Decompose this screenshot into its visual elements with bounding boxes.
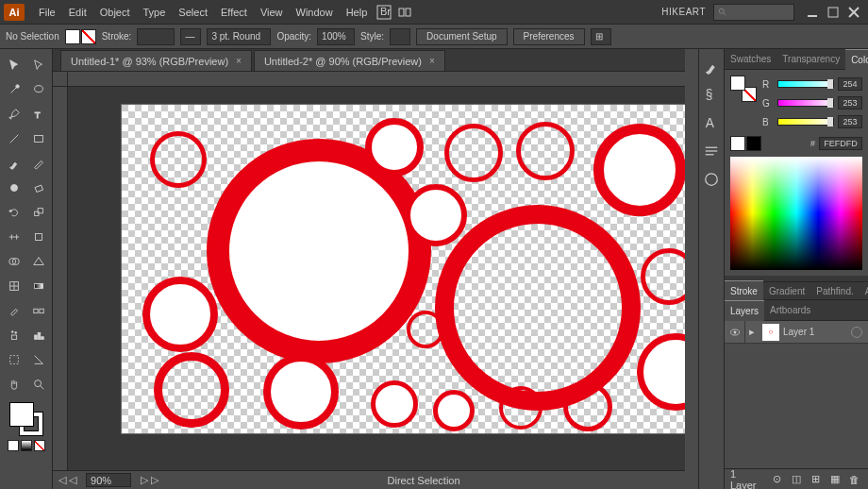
zoom-input[interactable]: 90% bbox=[86, 473, 131, 487]
perspective-tool[interactable] bbox=[27, 250, 50, 273]
make-clipping-icon[interactable]: ◫ bbox=[789, 472, 804, 487]
mesh-tool[interactable] bbox=[3, 275, 25, 297]
color-spectrum[interactable] bbox=[730, 157, 862, 270]
circle-shape[interactable] bbox=[154, 352, 229, 428]
ruler-horizontal[interactable] bbox=[68, 72, 685, 87]
appearance-panel-icon[interactable] bbox=[702, 170, 721, 189]
free-transform-tool[interactable] bbox=[27, 226, 50, 248]
menu-window[interactable]: Window bbox=[290, 3, 340, 22]
artboard-nav[interactable]: ▷ ▷ bbox=[141, 474, 159, 486]
circle-shape[interactable] bbox=[516, 122, 575, 180]
circle-shape[interactable] bbox=[433, 390, 475, 431]
symbols-panel-icon[interactable]: § bbox=[702, 85, 721, 104]
menu-help[interactable]: Help bbox=[340, 3, 375, 22]
tab-doc-1[interactable]: Untitled-1* @ 93% (RGB/Preview)× bbox=[60, 50, 252, 71]
menu-file[interactable]: File bbox=[32, 3, 62, 22]
circle-shape[interactable] bbox=[405, 184, 467, 246]
minimize-button[interactable] bbox=[805, 6, 820, 19]
expand-arrow-icon[interactable]: ▸ bbox=[745, 326, 759, 338]
black-swatch[interactable] bbox=[746, 136, 761, 151]
ruler-vertical[interactable] bbox=[53, 87, 68, 470]
circle-shape[interactable] bbox=[263, 354, 339, 430]
workspace-switcher-icon[interactable]: Br bbox=[376, 6, 392, 19]
hex-input[interactable]: FEFDFD bbox=[819, 137, 862, 150]
eyedropper-tool[interactable] bbox=[3, 299, 25, 322]
artboard-nav[interactable]: ◁ ◁ bbox=[58, 474, 76, 486]
rectangle-tool[interactable] bbox=[27, 127, 50, 150]
locate-layer-icon[interactable]: ⊙ bbox=[770, 472, 785, 487]
circle-shape[interactable] bbox=[563, 382, 612, 431]
zoom-tool[interactable] bbox=[27, 373, 50, 396]
width-tool[interactable] bbox=[3, 226, 25, 248]
tab-align[interactable]: Align bbox=[860, 280, 868, 301]
circle-shape[interactable] bbox=[444, 124, 503, 182]
rotate-tool[interactable] bbox=[3, 201, 25, 224]
pencil-tool[interactable] bbox=[27, 152, 50, 175]
close-button[interactable] bbox=[846, 6, 861, 19]
stroke-swatch[interactable] bbox=[81, 29, 96, 44]
tab-gradient[interactable]: Gradient bbox=[763, 280, 810, 301]
circle-shape[interactable] bbox=[499, 386, 542, 430]
b-slider[interactable] bbox=[777, 118, 834, 126]
white-swatch[interactable] bbox=[730, 136, 745, 151]
new-sublayer-icon[interactable]: ⊞ bbox=[809, 472, 824, 487]
menu-select[interactable]: Select bbox=[172, 3, 214, 22]
new-layer-icon[interactable]: ▦ bbox=[827, 472, 843, 487]
eraser-tool[interactable] bbox=[27, 177, 50, 199]
direct-selection-tool[interactable] bbox=[27, 54, 50, 76]
graph-tool[interactable] bbox=[27, 324, 50, 346]
b-value[interactable]: 253 bbox=[838, 115, 862, 128]
menu-edit[interactable]: Edit bbox=[62, 3, 93, 22]
arrange-docs-icon[interactable] bbox=[397, 6, 412, 19]
paragraph-panel-icon[interactable] bbox=[702, 142, 721, 160]
g-slider[interactable] bbox=[777, 99, 834, 107]
document-setup-button[interactable]: Document Setup bbox=[416, 28, 508, 45]
gradient-tool[interactable] bbox=[27, 275, 50, 297]
fill-swatch[interactable] bbox=[65, 29, 80, 44]
shape-builder-tool[interactable] bbox=[3, 250, 25, 273]
symbol-sprayer-tool[interactable] bbox=[3, 324, 25, 346]
hand-tool[interactable] bbox=[3, 373, 25, 396]
tab-doc-2[interactable]: Untitled-2* @ 90% (RGB/Preview)× bbox=[254, 50, 445, 71]
paintbrush-tool[interactable] bbox=[3, 152, 25, 175]
circle-shape[interactable] bbox=[407, 311, 444, 348]
r-value[interactable]: 254 bbox=[838, 77, 862, 91]
var-width-profile[interactable]: — bbox=[180, 28, 201, 45]
circle-shape[interactable] bbox=[435, 205, 641, 411]
circle-shape[interactable] bbox=[365, 118, 424, 177]
layer-name[interactable]: Layer 1 bbox=[783, 327, 845, 337]
r-slider[interactable] bbox=[777, 80, 834, 88]
maximize-button[interactable] bbox=[826, 6, 841, 19]
menu-view[interactable]: View bbox=[254, 3, 290, 22]
blend-tool[interactable] bbox=[27, 299, 50, 322]
help-search[interactable] bbox=[713, 4, 794, 21]
visibility-toggle[interactable] bbox=[725, 321, 745, 344]
g-value[interactable]: 253 bbox=[838, 96, 862, 110]
pen-tool[interactable] bbox=[3, 103, 25, 126]
circle-shape[interactable] bbox=[371, 380, 418, 428]
close-icon[interactable]: × bbox=[429, 56, 435, 66]
type-tool[interactable]: T bbox=[27, 103, 50, 126]
circle-shape[interactable] bbox=[593, 124, 685, 216]
circle-shape[interactable] bbox=[142, 277, 218, 352]
graphic-style[interactable] bbox=[390, 28, 410, 45]
menu-effect[interactable]: Effect bbox=[214, 3, 254, 22]
brush-defn[interactable]: 3 pt. Round bbox=[207, 28, 271, 45]
align-to[interactable]: ⊞ bbox=[591, 28, 611, 45]
brushes-panel-icon[interactable] bbox=[702, 57, 721, 76]
scrollbar-vertical[interactable] bbox=[685, 49, 698, 489]
canvas[interactable] bbox=[53, 72, 685, 470]
circle-shape[interactable] bbox=[637, 333, 685, 411]
selection-tool[interactable] bbox=[3, 54, 25, 76]
tab-pathfinder[interactable]: Pathfind. bbox=[810, 280, 859, 301]
blob-brush-tool[interactable] bbox=[3, 177, 25, 199]
slice-tool[interactable] bbox=[27, 348, 50, 371]
target-icon[interactable] bbox=[851, 327, 862, 338]
tab-layers[interactable]: Layers bbox=[725, 300, 764, 321]
line-tool[interactable] bbox=[3, 127, 25, 150]
character-panel-icon[interactable]: A bbox=[702, 113, 721, 132]
fill-stroke-selector[interactable] bbox=[8, 400, 45, 438]
tab-artboards[interactable]: Artboards bbox=[764, 300, 816, 321]
layer-row[interactable]: ▸ ○ Layer 1 bbox=[725, 321, 868, 344]
none-mode[interactable] bbox=[34, 440, 45, 451]
